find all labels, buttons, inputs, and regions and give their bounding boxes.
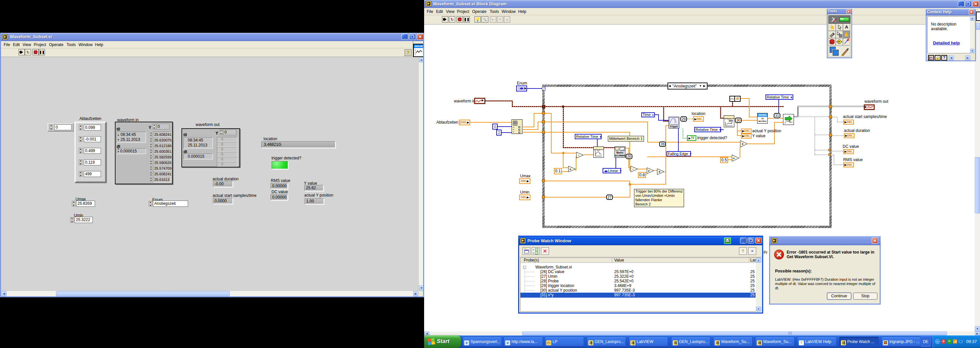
svg-text:+: + [533, 252, 535, 255]
svg-text:+: + [533, 248, 535, 252]
svg-text:P: P [838, 40, 840, 43]
